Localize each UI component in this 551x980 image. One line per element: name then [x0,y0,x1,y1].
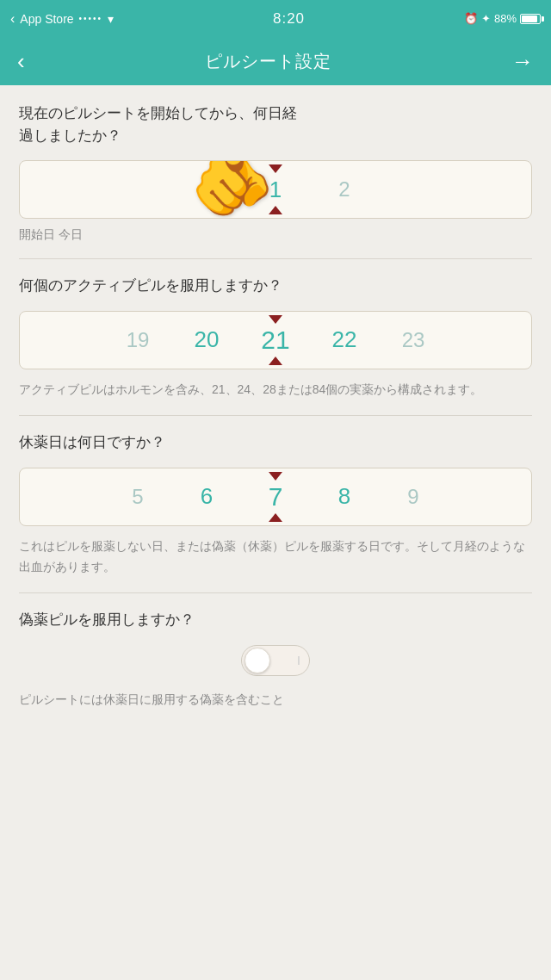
signal-dots: ••••• [79,14,103,23]
divider-1 [19,258,532,259]
battery-percent: 88% [494,12,517,25]
placebo-title: 偽薬ピルを服用しますか？ [19,609,532,631]
toggle-knob [245,648,270,673]
days-elapsed-title: 現在のピルシートを開始してから、何日経過しましたか？ [19,102,532,146]
picker1-indicator-bottom [269,206,282,214]
wifi-icon: ▾ [108,12,114,26]
alarm-icon: ⏰ [464,12,478,25]
toggle-on-label: I [297,654,300,667]
main-content: 現在のピルシートを開始してから、何日経過しましたか？ 0 1 2 🫵 開始日 今… [0,85,551,736]
picker3-indicator-top [269,472,282,481]
section-active-pills: 何個のアクティブピルを服用しますか？ 19 20 21 22 23 アクティブピ… [19,275,532,400]
page-title: ピルシート設定 [205,50,331,73]
carrier-label: App Store [20,12,73,26]
picker2-item-0: 19 [103,328,172,352]
days-elapsed-picker[interactable]: 0 1 2 🫵 [19,160,532,219]
picker2-indicator-top [269,315,282,324]
placebo-toggle[interactable]: O I [241,645,310,676]
forward-button[interactable]: → [511,50,534,72]
active-pills-picker[interactable]: 19 20 21 22 23 [19,311,532,369]
back-button[interactable]: ‹ [17,50,25,72]
section-days-elapsed: 現在のピルシートを開始してから、何日経過しましたか？ 0 1 2 🫵 開始日 今… [19,102,532,243]
picker3-item-2: 7 [241,482,310,512]
battery-icon [520,14,541,24]
picker3-item-4: 9 [379,485,448,509]
picker2-item-4: 23 [379,328,448,352]
days-elapsed-picker-wrapper: 0 1 2 🫵 [19,160,532,219]
nav-bar: ‹ ピルシート設定 → [0,37,551,85]
bluetooth-icon: ✦ [481,12,491,25]
back-carrier-icon: ‹ [10,11,15,27]
picker1-item-0: 0 [172,175,241,204]
picker3-item-1: 6 [172,483,241,510]
divider-3 [19,592,532,593]
section-placebo: 偽薬ピルを服用しますか？ O I ピルシートには休薬日に服用する偽薬を含むこと [19,609,532,710]
picker2-indicator-bottom [269,357,282,365]
days-elapsed-subtext: 開始日 今日 [19,227,532,243]
picker3-item-0: 5 [103,485,172,509]
days-elapsed-picker-numbers: 0 1 2 [20,175,531,204]
picker1-indicator-top [269,164,282,173]
rest-days-info: これはピルを服薬しない日、または偽薬（休薬）ピルを服薬する日です。そして月経のよ… [19,537,532,578]
status-bar: ‹ App Store ••••• ▾ 8:20 ⏰ ✦ 88% [0,0,551,37]
toggle-container: O I [19,645,532,676]
active-pills-picker-numbers: 19 20 21 22 23 [20,326,531,355]
picker2-item-3: 22 [310,326,379,353]
active-pills-info: アクティブピルはホルモンを含み、21、24、28または84個の実薬から構成されま… [19,380,532,400]
rest-days-picker-numbers: 5 6 7 8 9 [20,482,531,512]
divider-2 [19,415,532,416]
picker1-item-2: 2 [310,177,379,202]
placebo-info: ピルシートには休薬日に服用する偽薬を含むこと [19,690,532,710]
status-time: 8:20 [273,10,305,28]
picker3-item-3: 8 [310,483,379,510]
active-pills-title: 何個のアクティブピルを服用しますか？ [19,275,532,297]
picker2-item-1: 20 [172,326,241,353]
rest-days-title: 休薬日は何日ですか？ [19,431,532,454]
status-left: ‹ App Store ••••• ▾ [10,11,114,27]
picker3-indicator-bottom [269,513,282,522]
picker1-item-1: 1 [241,177,310,203]
picker2-item-2: 21 [241,326,310,355]
section-rest-days: 休薬日は何日ですか？ 5 6 7 8 9 これはピルを服薬しない日、または偽薬（… [19,431,532,577]
rest-days-picker[interactable]: 5 6 7 8 9 [19,468,532,526]
status-right: ⏰ ✦ 88% [464,12,541,25]
